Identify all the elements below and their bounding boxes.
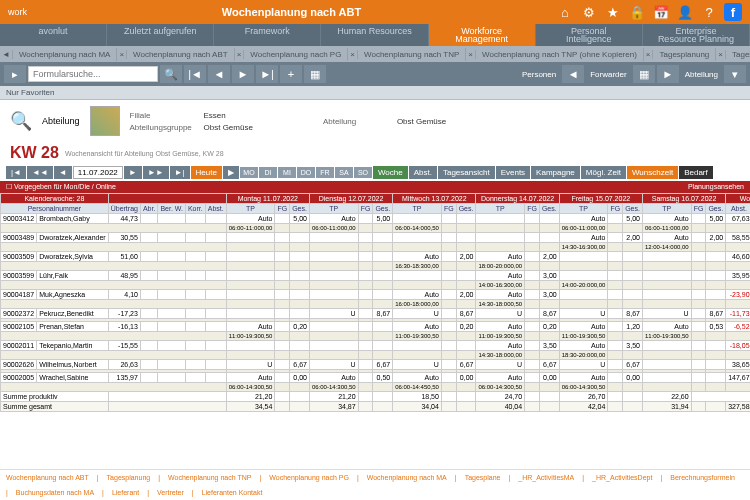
footer-link[interactable]: Wochenplanung nach ABT (6, 474, 89, 481)
close-icon[interactable]: × (348, 50, 358, 59)
footer-link[interactable]: Lieferanten Kontakt (202, 489, 263, 496)
day-do[interactable]: DO (297, 167, 315, 178)
table-row[interactable]: 90002372Pekrucz,Benedikt-17,23U8,67U8,67… (1, 309, 751, 319)
nav-prev2-button[interactable]: ◄◄ (27, 166, 53, 179)
tab[interactable]: Wochenplanung nach MA (13, 48, 117, 61)
table-row-detail[interactable]: 16:00-18:000,0014:30-18:000,50 (1, 300, 751, 309)
menu-item[interactable]: Human Resources (321, 24, 428, 46)
table-row[interactable]: 90003509Dworatzek,Sylvia51,60Auto2,00Aut… (1, 252, 751, 262)
day-so[interactable]: SO (354, 167, 372, 178)
gear-icon[interactable]: ⚙ (580, 3, 598, 21)
tab-active[interactable]: Wochenplanung nach ABT (127, 48, 235, 61)
close-icon[interactable]: × (716, 50, 726, 59)
footer-link[interactable]: Vertreter (157, 489, 184, 496)
footer-link[interactable]: _HR_ActivitiesMA (518, 474, 574, 481)
tab[interactable]: Wochenplanung nach TNP (ohne Kopieren) (476, 48, 644, 61)
menu-item-active[interactable]: Workforce Management (429, 24, 536, 46)
lock-icon[interactable]: 🔒 (628, 3, 646, 21)
menu-item[interactable]: Enterprise Resource Planning (643, 24, 750, 46)
table-row-detail[interactable]: 06:00-11:000,0006:00-11:000,0006:00-14:0… (1, 224, 751, 233)
nav-next2-button[interactable]: ►► (143, 166, 169, 179)
table-row[interactable]: 90002011Tekepanio,Martin-15,55Auto3,50Au… (1, 341, 751, 351)
menu-item[interactable]: Framework (214, 24, 321, 46)
dropdown-icon[interactable]: ▾ (724, 65, 746, 83)
search-icon[interactable]: 🔍 (160, 65, 182, 83)
tagesansicht-button[interactable]: Tagesansicht (438, 166, 495, 179)
day-sa[interactable]: SA (335, 167, 353, 178)
close-icon[interactable]: × (466, 50, 476, 59)
footer-link[interactable]: Tagesplane (465, 474, 501, 481)
table-row-detail[interactable]: 16:30-18:300,0018:00-20:000,00 (1, 262, 751, 271)
table-row-detail[interactable]: 11:00-19:300,5011:00-19:300,5011:00-19:3… (1, 332, 751, 341)
moegl-button[interactable]: Mögl. Zeit (581, 166, 626, 179)
tab[interactable]: Wochenplanung nach PG (244, 48, 348, 61)
wunsch-button[interactable]: Wunschzeit (627, 166, 678, 179)
tab-prev-icon[interactable]: ◄ (0, 50, 13, 59)
play-button[interactable]: ▶ (223, 166, 239, 179)
close-icon[interactable]: × (644, 50, 654, 59)
favorites-bar[interactable]: Nur Favoriten (0, 86, 750, 100)
nav-last-button[interactable]: ►| (170, 166, 190, 179)
menu-item[interactable]: Personal Intelligence (536, 24, 643, 46)
day-di[interactable]: DI (259, 167, 277, 178)
day-fr[interactable]: FR (316, 167, 334, 178)
nav-first-icon[interactable]: |◄ (184, 65, 206, 83)
footer-link[interactable]: Lieferant (112, 489, 139, 496)
woche-button[interactable]: Woche (373, 166, 408, 179)
nav-prev-icon[interactable]: ◄ (208, 65, 230, 83)
date-field[interactable]: 11.07.2022 (73, 166, 123, 179)
footer-link[interactable]: Wochenplanung nach TNP (168, 474, 251, 481)
facebook-icon[interactable]: f (724, 3, 742, 21)
redband-right[interactable]: Planungsansehen (688, 183, 744, 191)
day-mo[interactable]: MO (240, 167, 258, 178)
menu-item[interactable]: avonlut (0, 24, 107, 46)
day-mi[interactable]: MI (278, 167, 296, 178)
table-row[interactable]: 90003412Brombach,Gaby44,73Auto5,00Auto5,… (1, 214, 751, 224)
footer-link[interactable]: Buchungsdaten nach MA (16, 489, 94, 496)
calendar-icon[interactable]: 📅 (652, 3, 670, 21)
magnifier-icon[interactable]: 🔍 (10, 110, 32, 132)
table-row-detail[interactable]: 14:00-16:300,0014:00-20:000,00 (1, 281, 751, 290)
nav-prev-button[interactable]: ◄ (54, 166, 72, 179)
redband-left[interactable]: ☐ Vorgegeben für Mon/Die / Online (6, 183, 116, 191)
tab[interactable]: Tagesplanung (653, 48, 716, 61)
kampagne-button[interactable]: Kampagne (531, 166, 580, 179)
add-icon[interactable]: + (280, 65, 302, 83)
bedarf-button[interactable]: Bedarf (679, 166, 713, 179)
user-icon[interactable]: 👤 (676, 3, 694, 21)
footer-link[interactable]: Wochenplanung nach PG (269, 474, 349, 481)
menu-item[interactable]: Zuletzt aufgerufen (107, 24, 214, 46)
nav-first-button[interactable]: |◄ (6, 166, 26, 179)
table-row[interactable]: 90002005Wrachel,Sabine135,97Auto0,00Auto… (1, 373, 751, 383)
table-row[interactable]: 90003599Lühr,Falk48,95Auto3,0035,9535,50… (1, 271, 751, 281)
table-row[interactable]: 90004187Muk,Agneszka4,10Auto2,00Auto3,00… (1, 290, 751, 300)
footer-link[interactable]: Wochenplanung nach MA (367, 474, 447, 481)
abst-button[interactable]: Abst. (409, 166, 437, 179)
table-row[interactable]: 90003489Dworatzek,Alexander30,55Auto2,00… (1, 233, 751, 243)
search-input[interactable] (28, 66, 158, 82)
close-icon[interactable]: × (117, 50, 127, 59)
nav-last-icon[interactable]: ►| (256, 65, 278, 83)
table-row[interactable]: 90002105Prenan,Stefan-16,13Auto0,20Auto0… (1, 322, 751, 332)
footer-link[interactable]: Tagesplanung (107, 474, 151, 481)
close-icon[interactable]: × (235, 50, 245, 59)
tab[interactable]: Wochenplanung nach TNP (358, 48, 466, 61)
tab[interactable]: Tagesplanung nach PG (726, 48, 750, 61)
nav-next-icon[interactable]: ► (232, 65, 254, 83)
footer-link[interactable]: Berechnungsformeln (670, 474, 735, 481)
footer-link[interactable]: _HR_ActivitiesDept (592, 474, 652, 481)
table-row[interactable]: 90002626Wilhelmus,Norbert26,63U6,67U6,67… (1, 360, 751, 370)
chevron-left-icon[interactable]: ◄ (562, 65, 584, 83)
grid-icon[interactable]: ▦ (304, 65, 326, 83)
help-icon[interactable]: ? (700, 3, 718, 21)
table-row-detail[interactable]: 14:30-16:300,0012:00-14:000,00 (1, 243, 751, 252)
grid2-icon[interactable]: ▦ (633, 65, 655, 83)
table-row-detail[interactable]: 06:00-14:300,5006:00-14:300,5006:00-14:4… (1, 383, 751, 392)
star-icon[interactable]: ★ (604, 3, 622, 21)
planning-grid[interactable]: Kalenderwoche: 28Montag 11.07.2022Dienst… (0, 193, 750, 483)
chevron-right-icon[interactable]: ► (657, 65, 679, 83)
expand-icon[interactable]: ▸ (4, 65, 26, 83)
nav-next-button[interactable]: ► (124, 166, 142, 179)
home-icon[interactable]: ⌂ (556, 3, 574, 21)
heute-button[interactable]: Heute (191, 166, 222, 179)
